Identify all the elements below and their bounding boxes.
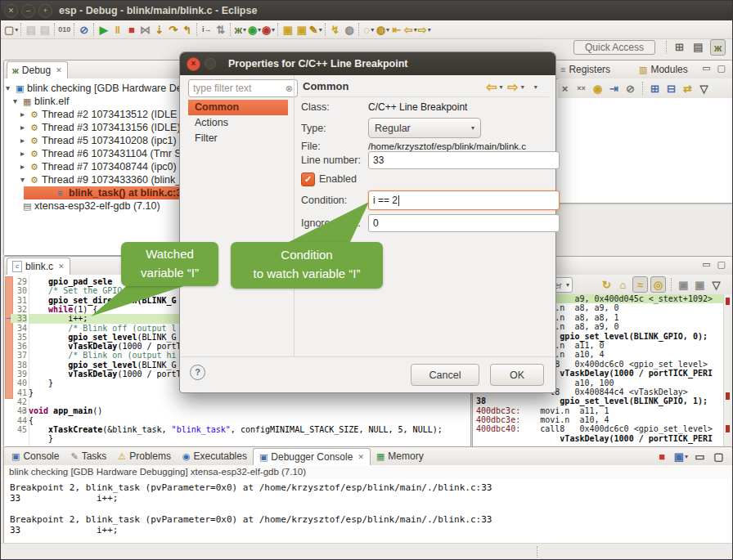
terminate-console-icon[interactable]: ■ [655,449,669,464]
remove-breakpoint-icon[interactable]: × [558,81,572,96]
use-step-filters-icon[interactable]: ⇅ [214,22,227,37]
skip-all-breakpoints-icon[interactable]: ⊘ [77,22,91,37]
view-menu-icon[interactable]: ▾ [534,83,537,91]
code-line[interactable]: xTaskCreate(&blink_task, "blink_task", c… [29,425,470,435]
chevron-down-icon[interactable]: ▾ [685,453,688,460]
window-maximize-icon[interactable]: + [38,4,52,18]
track-expression-icon[interactable]: ◎ [650,276,666,293]
back-icon[interactable]: ⇦▾ [403,22,417,37]
maximize-icon[interactable]: ▢ [712,449,726,464]
run-icon[interactable]: ◉▾ [247,22,261,37]
new-wizard-icon[interactable]: ▢▾ [4,22,18,37]
instruction-stepping-icon[interactable]: i→ [200,22,214,37]
step-over-icon[interactable]: ↷ [166,22,180,37]
toggle-mark-icon[interactable]: ◍ [342,22,356,37]
tree-expand-icon[interactable]: ▾ [20,173,25,186]
chevron-down-icon[interactable]: ▾ [428,26,431,34]
disassembly-line[interactable]: 400dbc40: call8 0x400dc6c0 <gpio_set_lev… [473,424,724,433]
tree-expand-icon[interactable]: ▸ [20,160,25,173]
chevron-down-icon[interactable]: ▾ [272,26,275,34]
debug-perspective-icon[interactable]: ж [710,39,726,56]
disconnect-icon[interactable]: ⋈ [138,22,152,37]
new-disassembly-view-icon[interactable]: ▣ [677,277,690,292]
view-menu-icon[interactable]: ▽ [709,277,723,292]
disassembly-line[interactable]: vTaskDelay(1000 / portTICK_PERI [473,434,724,443]
window-titlebar[interactable]: ✕ – + esp - Debug - blink/main/blink.c -… [1,1,732,21]
console-output[interactable]: Breakpoint 2, blink_task (pvParameter=0x… [4,479,732,544]
window-close-icon[interactable]: ✕ [4,4,18,18]
dialog-nav-common[interactable]: Common [188,100,288,115]
disassembly-line[interactable]: 38 gpio_set_level(BLINK_GPIO, 1); [473,396,724,405]
pin-view-icon[interactable]: ▣ [693,277,707,292]
tree-expand-icon[interactable]: ▸ [20,134,25,147]
chevron-down-icon[interactable]: ▾ [499,83,502,91]
minimize-icon[interactable]: ▭ [702,259,710,270]
type-combo[interactable]: Regular ▾ [368,118,481,138]
tab-console[interactable]: ▣Console [6,448,65,464]
close-icon[interactable]: ✕ [358,453,364,461]
tree-expand-icon[interactable]: ▸ [20,147,25,160]
tab-memory[interactable]: ▦Memory [371,448,429,464]
open-perspective-icon[interactable]: ⊞ [672,39,686,54]
dialog-maximize-icon[interactable] [205,58,216,69]
tab-debug[interactable]: ж Debug ✕ [7,61,68,78]
flash-icon[interactable]: ↯ [328,22,342,37]
debug-icon[interactable]: ж▾ [233,22,247,37]
forward-icon[interactable]: ⇨▾ [417,22,431,37]
dialog-nav-actions[interactable]: Actions [188,115,288,131]
skip-breakpoint-icon[interactable]: ⊘ [623,81,637,96]
tab-registers[interactable]: ≡ Registers [555,61,616,78]
cancel-button[interactable]: Cancel [411,364,479,386]
maximize-icon[interactable]: ▢ [717,63,726,74]
view-menu-icon[interactable]: ▽ [697,81,711,96]
clear-filter-icon[interactable]: ⊗ [286,83,293,94]
home-icon[interactable]: ⌂ [616,277,630,292]
open-folder-icon[interactable]: ▣ [281,22,295,37]
external-tools-icon[interactable]: ◉▾ [261,22,275,37]
tree-expand-icon[interactable]: ▸ [20,121,25,134]
code-line[interactable]: } [29,434,470,444]
dialog-close-icon[interactable]: × [187,57,200,71]
step-return-icon[interactable]: ↰ [180,22,194,37]
code-line[interactable] [29,397,470,407]
show-breakpoints-for-selected-icon[interactable]: ◉ [591,81,605,96]
step-into-icon[interactable]: ⇣ [152,22,166,37]
chevron-down-icon[interactable]: ▾ [371,26,374,34]
save-icon[interactable]: ▤ [24,22,38,37]
code-line[interactable]: void app_main() [29,406,470,416]
link-with-debug-icon[interactable]: ⇄ [681,81,695,96]
go-to-file-icon[interactable]: ⇥ [607,81,621,96]
resume-icon[interactable]: ▶ [97,22,110,37]
tab-tasks[interactable]: ✎Tasks [65,448,112,464]
dialog-filter-input[interactable]: type filter text ⊗ [188,79,298,97]
tab-debugger-console[interactable]: ▣Debugger Console✕ [253,448,371,465]
display-selected-console-icon[interactable]: ▣▾ [674,449,688,464]
disassembly-line[interactable]: 400dbc3c: movi.n a11, 1 [473,406,724,415]
suspend-icon[interactable]: ‖ [110,22,124,37]
help-icon[interactable]: ? [190,365,205,380]
dialog-titlebar[interactable]: × Properties for C/C++ Line Breakpoint [180,52,555,75]
overview-ruler[interactable] [723,294,732,447]
chevron-down-icon[interactable]: ▾ [414,26,417,34]
maximize-icon[interactable]: ▢ [717,259,726,270]
tree-expand-icon[interactable]: ▾ [6,82,10,95]
line-number-field[interactable]: 33 [368,151,560,169]
binary-file-icon[interactable]: 010 [57,22,71,37]
chevron-down-icon[interactable]: ▾ [566,281,569,289]
close-icon[interactable]: ✕ [58,262,65,271]
bulb-alt-icon[interactable]: ◍▾ [375,22,389,37]
tree-expand-icon[interactable]: ▾ [13,95,17,108]
disassembly-line[interactable]: 400dbc3e: movi.n a10, 4 [473,415,724,424]
import-folder-icon[interactable]: ▣ [295,22,308,37]
tree-expand-icon[interactable]: ▸ [20,108,25,121]
window-minimize-icon[interactable]: – [21,4,35,18]
forward-icon[interactable]: ⇨ [507,79,518,95]
minimize-icon[interactable]: ▭ [702,63,710,74]
quick-access-box[interactable]: Quick Access [573,40,655,55]
chevron-down-icon[interactable]: ▾ [319,26,322,34]
dialog-nav-filter[interactable]: Filter [188,131,288,146]
wand-icon[interactable]: ✎▾ [308,22,322,37]
cpp-perspective-icon[interactable]: ▤ [691,39,705,54]
minimize-icon[interactable]: ▭ [693,449,707,464]
close-icon[interactable]: ✕ [56,66,62,74]
